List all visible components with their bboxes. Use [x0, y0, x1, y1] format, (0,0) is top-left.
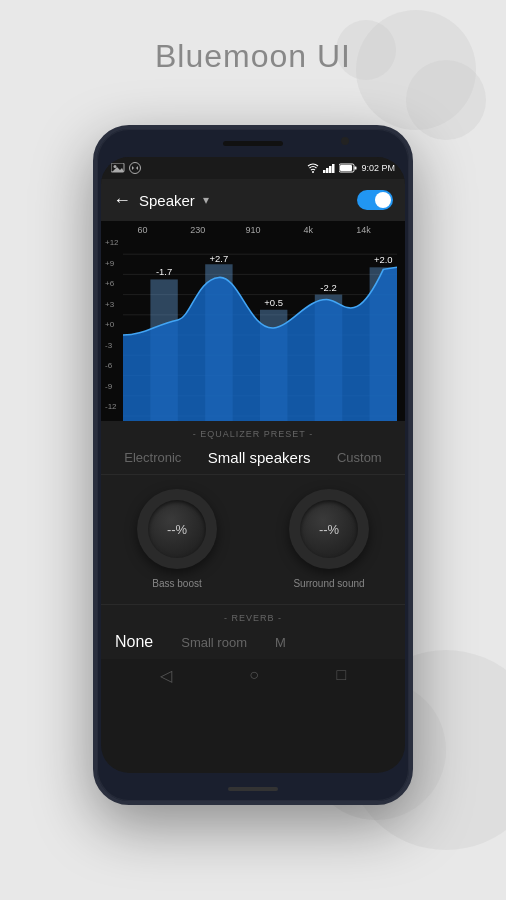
- nav-back-icon[interactable]: ◁: [160, 666, 172, 685]
- db-plus6: +6: [105, 280, 119, 288]
- dropdown-icon[interactable]: ▾: [203, 193, 209, 207]
- phone-screen: 9:02 PM ← Speaker ▾ 60 230 910 4k 14k: [101, 157, 405, 773]
- reverb-section: - REVERB - None Small room M: [101, 604, 405, 659]
- svg-point-1: [114, 165, 117, 168]
- freq-4k: 4k: [281, 225, 336, 235]
- svg-rect-7: [323, 170, 326, 173]
- db-minus12: -12: [105, 403, 119, 411]
- equalizer-area[interactable]: 60 230 910 4k 14k +12 +9 +6 +3 +0 -3 -6 …: [101, 221, 405, 421]
- bass-boost-knob-inner: --%: [148, 500, 206, 558]
- db-minus9: -9: [105, 383, 119, 391]
- svg-text:+2.7: +2.7: [210, 254, 229, 264]
- image-icon: [111, 163, 125, 173]
- surround-sound-container: --% Surround sound: [289, 489, 369, 590]
- signal-icon: [323, 163, 335, 173]
- freq-910: 910: [225, 225, 280, 235]
- page-title: Bluemoon UI: [155, 38, 351, 75]
- reverb-small-room[interactable]: Small room: [177, 631, 251, 654]
- svg-rect-13: [355, 167, 357, 170]
- svg-rect-8: [326, 168, 329, 173]
- freq-14k: 14k: [336, 225, 391, 235]
- preset-custom[interactable]: Custom: [329, 446, 390, 469]
- preset-electronic[interactable]: Electronic: [116, 446, 189, 469]
- eq-canvas: -1.7 +2.7 +0.5 -2.2 +2.0: [123, 239, 397, 421]
- svg-text:+2.0: +2.0: [374, 255, 393, 265]
- status-icons-left: [111, 162, 141, 174]
- db-labels: +12 +9 +6 +3 +0 -3 -6 -9 -12: [105, 239, 119, 421]
- bg-decoration-2: [406, 60, 486, 140]
- toggle-knob: [375, 192, 391, 208]
- svg-marker-5: [136, 166, 138, 170]
- svg-rect-9: [329, 166, 332, 173]
- phone-speaker: [223, 141, 283, 146]
- svg-marker-2: [112, 167, 124, 172]
- svg-text:-2.2: -2.2: [320, 283, 336, 293]
- phone-camera: [341, 137, 349, 145]
- svg-point-6: [312, 171, 314, 173]
- knobs-section: --% Bass boost --% Surround sound: [101, 474, 405, 604]
- phone-frame: 9:02 PM ← Speaker ▾ 60 230 910 4k 14k: [93, 125, 413, 805]
- freq-230: 230: [170, 225, 225, 235]
- status-bar: 9:02 PM: [101, 157, 405, 179]
- db-zero: +0: [105, 321, 119, 329]
- speaker-label: Speaker: [139, 192, 195, 209]
- svg-rect-10: [332, 164, 335, 173]
- toolbar-left: ← Speaker ▾: [113, 190, 209, 211]
- nav-bar: ◁ ○ □: [101, 659, 405, 691]
- svg-text:+0.5: +0.5: [264, 298, 283, 308]
- svg-rect-12: [340, 165, 352, 171]
- svg-text:-1.7: -1.7: [156, 268, 172, 278]
- battery-icon: [339, 163, 357, 173]
- nav-recent-icon[interactable]: □: [337, 666, 347, 684]
- db-plus3: +3: [105, 301, 119, 309]
- enable-toggle[interactable]: [357, 190, 393, 210]
- surround-sound-knob-inner: --%: [300, 500, 358, 558]
- bass-boost-label: Bass boost: [152, 577, 201, 590]
- surround-sound-value: --%: [319, 522, 339, 537]
- reverb-none[interactable]: None: [111, 629, 157, 655]
- reverb-m[interactable]: M: [271, 631, 290, 654]
- svg-marker-4: [132, 166, 134, 170]
- db-plus12: +12: [105, 239, 119, 247]
- toolbar: ← Speaker ▾: [101, 179, 405, 221]
- reverb-options: None Small room M: [101, 629, 405, 655]
- bass-boost-knob-outer[interactable]: --%: [137, 489, 217, 569]
- surround-sound-label: Surround sound: [293, 577, 364, 590]
- back-button[interactable]: ←: [113, 190, 131, 211]
- surround-sound-knob-outer[interactable]: --%: [289, 489, 369, 569]
- frequency-labels: 60 230 910 4k 14k: [101, 221, 405, 235]
- db-minus6: -6: [105, 362, 119, 370]
- time-display: 9:02 PM: [361, 163, 395, 173]
- reverb-section-label: - REVERB -: [101, 613, 405, 623]
- bass-boost-container: --% Bass boost: [137, 489, 217, 590]
- preset-small-speakers[interactable]: Small speakers: [200, 445, 319, 470]
- eq-waveform: -1.7 +2.7 +0.5 -2.2 +2.0: [123, 239, 397, 421]
- preset-section: - EQUALIZER PRESET - Electronic Small sp…: [101, 421, 405, 474]
- nav-home-icon[interactable]: ○: [249, 666, 259, 684]
- freq-60: 60: [115, 225, 170, 235]
- preset-section-label: - EQUALIZER PRESET -: [101, 429, 405, 439]
- wifi-icon: [307, 163, 319, 173]
- status-icons-right: 9:02 PM: [307, 163, 395, 173]
- svg-point-3: [130, 163, 141, 174]
- preset-options: Electronic Small speakers Custom: [101, 445, 405, 470]
- db-minus3: -3: [105, 342, 119, 350]
- db-plus9: +9: [105, 260, 119, 268]
- bass-boost-value: --%: [167, 522, 187, 537]
- messenger-icon: [129, 162, 141, 174]
- phone-bottom-bar: [228, 787, 278, 791]
